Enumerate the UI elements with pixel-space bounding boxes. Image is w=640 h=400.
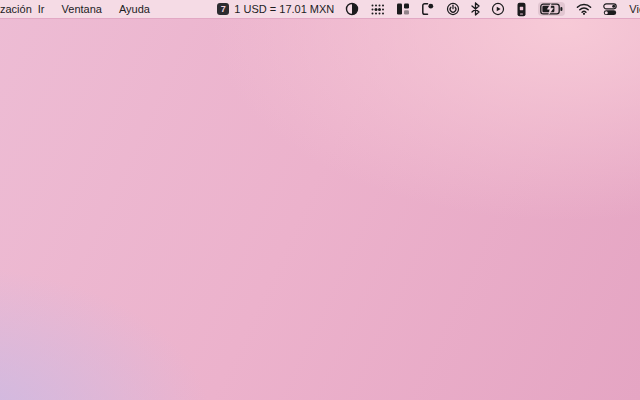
currency-app-icon: 7 — [217, 3, 229, 15]
play-circle-icon[interactable] — [491, 2, 505, 16]
desktop-wallpaper[interactable] — [0, 0, 640, 400]
window-tiles-icon[interactable] — [396, 2, 410, 16]
menu-item-ventana[interactable]: Ventana — [62, 3, 102, 15]
dots-grid-icon[interactable] — [370, 3, 385, 16]
app-menus: zación Ir Ventana Ayuda — [0, 3, 150, 15]
menu-item-truncated[interactable]: zación — [0, 3, 32, 15]
currency-exchange-item[interactable]: 7 1 USD = 17.01 MXN — [217, 3, 334, 15]
control-center-icon[interactable] — [603, 3, 617, 16]
screen-record-icon[interactable] — [421, 2, 435, 16]
contrast-icon[interactable] — [345, 2, 359, 16]
menubar-date[interactable]: Vie — [628, 3, 640, 15]
menu-item-ayuda[interactable]: Ayuda — [119, 3, 150, 15]
phone-icon[interactable] — [516, 2, 527, 17]
power-circle-icon[interactable] — [446, 2, 460, 16]
exchange-rate-text: 1 USD = 17.01 MXN — [234, 3, 334, 15]
battery-charging-icon[interactable] — [538, 2, 565, 16]
status-area: 7 1 USD = 17.01 MXN — [217, 2, 640, 17]
menu-bar: zación Ir Ventana Ayuda 7 1 USD = 17.01 … — [0, 0, 640, 19]
wifi-icon[interactable] — [576, 3, 592, 15]
menu-item-ir[interactable]: Ir — [38, 3, 45, 15]
bluetooth-icon[interactable] — [471, 2, 480, 16]
